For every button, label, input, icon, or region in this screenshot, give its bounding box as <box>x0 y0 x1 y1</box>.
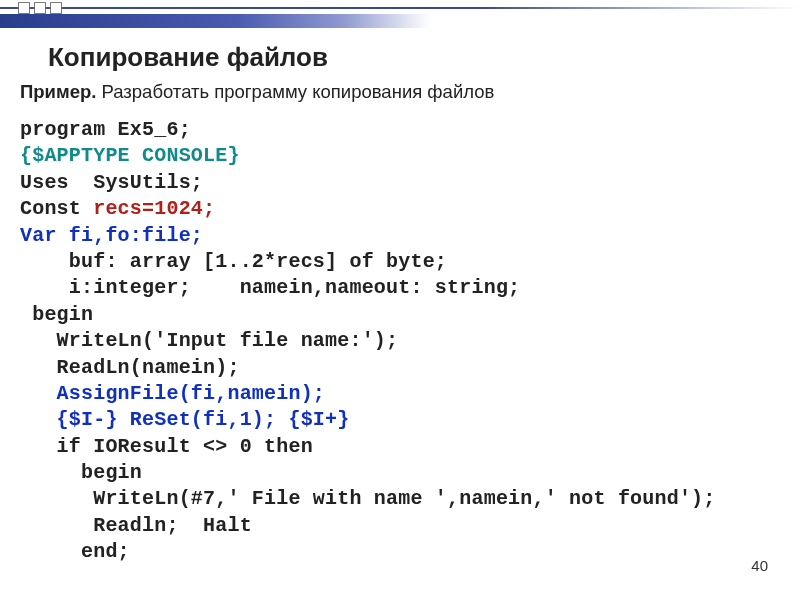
var-decl: fi,fo:file; <box>57 224 203 247</box>
slide: Копирование файлов Пример. Разработать п… <box>0 0 800 600</box>
kw-end-inner: end; <box>20 540 130 563</box>
example-label: Пример. <box>20 81 96 102</box>
directive-apptype: {$APPTYPE CONSOLE} <box>20 144 240 167</box>
code-text: WriteLn('Input file name:'); <box>20 329 398 352</box>
kw-const: Const <box>20 197 93 220</box>
kw-begin-inner: begin <box>20 461 142 484</box>
code-text: WriteLn(#7,' File with name ',namein,' n… <box>20 487 716 510</box>
code-block: program Ex5_6; {$APPTYPE CONSOLE} Uses S… <box>20 117 780 566</box>
directive-i-minus: {$I-} <box>20 408 118 431</box>
kw-program: program <box>20 118 105 141</box>
code-text: i:integer; namein,nameout: string; <box>20 276 520 299</box>
header-decoration <box>0 0 800 40</box>
decor-square-icon <box>50 2 62 14</box>
decor-bar <box>0 14 430 28</box>
decor-line <box>0 7 800 9</box>
kw-uses: Uses <box>20 171 69 194</box>
const-decl: recs=1024; <box>93 197 215 220</box>
page-title: Копирование файлов <box>48 42 780 73</box>
directive-i-plus: {$I+} <box>288 408 349 431</box>
reset-call: ReSet(fi,1); <box>118 408 289 431</box>
code-text: SysUtils; <box>69 171 203 194</box>
example-line: Пример. Разработать программу копировани… <box>20 81 780 103</box>
code-text: Readln; Halt <box>20 514 252 537</box>
code-text: ReadLn(namein); <box>20 356 240 379</box>
kw-var: Var <box>20 224 57 247</box>
assignfile-call: AssignFile(fi,namein); <box>20 382 325 405</box>
kw-begin: begin <box>20 303 93 326</box>
decor-square-icon <box>18 2 30 14</box>
code-text: buf: array [1..2*recs] of byte; <box>20 250 447 273</box>
decor-square-icon <box>34 2 46 14</box>
example-text: Разработать программу копирования файлов <box>96 81 494 102</box>
page-number: 40 <box>751 557 768 574</box>
code-text: Ex5_6; <box>105 118 190 141</box>
code-text: if IOResult <> 0 then <box>20 435 313 458</box>
